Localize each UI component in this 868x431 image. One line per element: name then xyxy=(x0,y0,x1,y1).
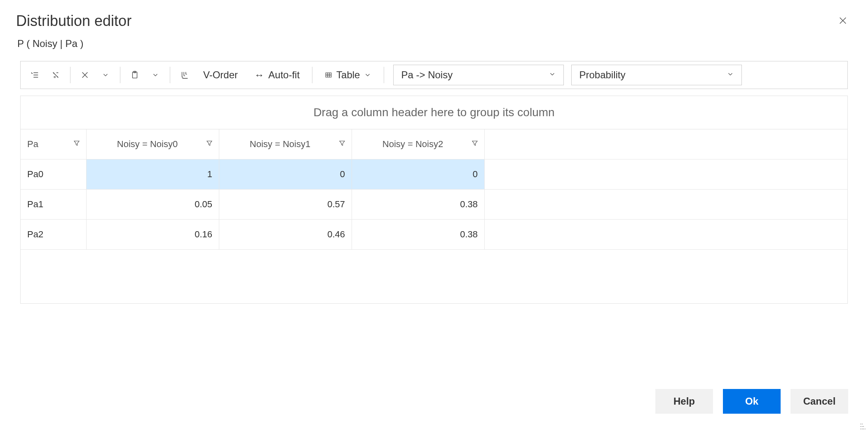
resize-icon: ↔ xyxy=(254,69,264,81)
order-select-value: Pa -> Noisy xyxy=(401,69,453,81)
help-button[interactable]: Help xyxy=(655,389,713,414)
row-value-cell[interactable]: 0.57 xyxy=(219,190,352,219)
row-key-cell[interactable]: Pa2 xyxy=(21,220,87,249)
row-value-cell[interactable]: 0.38 xyxy=(352,190,485,219)
order-select[interactable]: Pa -> Noisy xyxy=(393,65,564,85)
v-order-button[interactable]: V-Order xyxy=(197,67,244,83)
distribution-expression: P ( Noisy | Pa ) xyxy=(0,34,868,56)
x-icon xyxy=(80,70,89,80)
row-value-cell[interactable]: 1 xyxy=(87,159,219,189)
row-value-cell[interactable]: 0.05 xyxy=(87,190,219,219)
grid-spacer xyxy=(21,250,847,303)
row-value-cell[interactable]: 0 xyxy=(219,159,352,189)
column-header-label: Noisy = Noisy1 xyxy=(250,139,321,150)
resize-grip[interactable]: ......... xyxy=(860,421,866,429)
row-key-cell[interactable]: Pa0 xyxy=(21,159,87,189)
row-value-cell[interactable]: 0.46 xyxy=(219,220,352,249)
metric-select-value: Probability xyxy=(579,69,625,81)
column-header-label: Noisy = Noisy2 xyxy=(382,139,454,150)
v-order-label: V-Order xyxy=(203,69,238,81)
grid: Pa Noisy = Noisy0 Noisy = Noisy1 Noisy =… xyxy=(21,129,847,303)
filter-icon[interactable] xyxy=(206,140,213,149)
distribution-table: Drag a column header here to group its c… xyxy=(20,96,848,304)
insert-row-button[interactable] xyxy=(27,67,43,83)
table-icon xyxy=(325,71,332,79)
column-header-noisy1[interactable]: Noisy = Noisy1 xyxy=(219,129,352,159)
v-order-icon-button[interactable] xyxy=(177,67,192,83)
grid-body: Pa0100Pa10.050.570.38Pa20.160.460.38 xyxy=(21,159,847,250)
clear-dropdown-button[interactable] xyxy=(98,67,113,83)
paste-dropdown-button[interactable] xyxy=(148,67,163,83)
toolbar: V-Order ↔ Auto-fit Table Pa -> Noisy Pro… xyxy=(20,61,848,89)
column-header-label: Noisy = Noisy0 xyxy=(117,139,188,150)
clear-button[interactable] xyxy=(77,67,93,83)
dialog-header: Distribution editor xyxy=(0,0,868,34)
table-row[interactable]: Pa10.050.570.38 xyxy=(21,190,847,220)
clipboard-icon xyxy=(130,70,139,80)
percent-icon xyxy=(51,70,60,80)
row-key-cell[interactable]: Pa1 xyxy=(21,190,87,219)
chevron-down-icon xyxy=(727,70,734,80)
filter-icon[interactable] xyxy=(338,140,346,149)
table-row[interactable]: Pa20.160.460.38 xyxy=(21,220,847,250)
table-row[interactable]: Pa0100 xyxy=(21,159,847,190)
dialog-footer: Help Ok Cancel xyxy=(655,389,848,414)
svg-rect-4 xyxy=(326,73,331,77)
toolbar-separator xyxy=(120,67,120,83)
close-button[interactable] xyxy=(837,12,849,30)
metric-select[interactable]: Probability xyxy=(571,65,742,85)
chevron-down-icon xyxy=(364,71,371,79)
column-header-label: Pa xyxy=(27,139,38,150)
normalize-button[interactable] xyxy=(48,67,63,83)
chevron-down-icon xyxy=(102,71,109,79)
view-mode-label: Table xyxy=(336,69,360,81)
sort-icon xyxy=(180,70,189,80)
chevron-down-icon xyxy=(549,70,556,80)
svg-point-1 xyxy=(57,77,58,77)
view-mode-button[interactable]: Table xyxy=(319,67,377,83)
paste-button[interactable] xyxy=(127,67,143,83)
row-value-cell[interactable]: 0 xyxy=(352,159,485,189)
column-header-noisy0[interactable]: Noisy = Noisy0 xyxy=(87,129,219,159)
toolbar-separator xyxy=(384,67,384,83)
auto-fit-button[interactable]: ↔ Auto-fit xyxy=(249,67,305,83)
cancel-button[interactable]: Cancel xyxy=(791,389,848,414)
insert-row-icon xyxy=(30,70,40,80)
filter-icon[interactable] xyxy=(73,140,80,149)
row-value-cell[interactable]: 0.38 xyxy=(352,220,485,249)
auto-fit-label: Auto-fit xyxy=(268,69,300,81)
toolbar-separator xyxy=(70,67,70,83)
column-header-noisy2[interactable]: Noisy = Noisy2 xyxy=(352,129,485,159)
group-by-hint[interactable]: Drag a column header here to group its c… xyxy=(21,96,847,129)
chevron-down-icon xyxy=(152,71,159,79)
toolbar-separator xyxy=(312,67,312,83)
dialog-title: Distribution editor xyxy=(16,12,131,30)
ok-button[interactable]: Ok xyxy=(723,389,781,414)
close-icon xyxy=(838,16,847,25)
row-value-cell[interactable]: 0.16 xyxy=(87,220,219,249)
svg-point-0 xyxy=(54,73,54,73)
grid-header-row: Pa Noisy = Noisy0 Noisy = Noisy1 Noisy =… xyxy=(21,129,847,159)
toolbar-separator xyxy=(170,67,170,83)
column-header-pa[interactable]: Pa xyxy=(21,129,87,159)
filter-icon[interactable] xyxy=(471,140,479,149)
